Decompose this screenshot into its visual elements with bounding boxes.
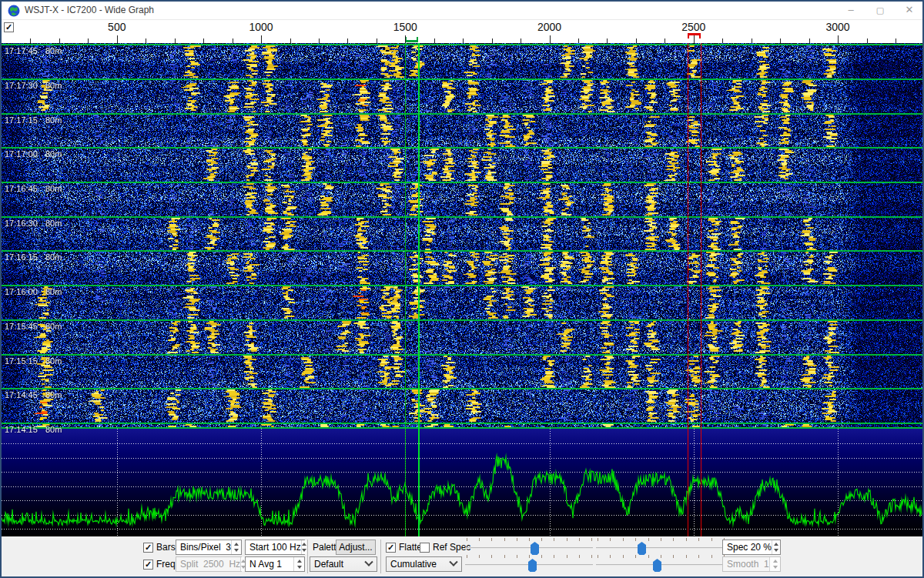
slider-thumb[interactable] — [638, 542, 646, 555]
scale-frequency-label: 2000 — [537, 21, 561, 33]
slider-thumb[interactable] — [528, 559, 537, 572]
band-label: 80m — [45, 390, 62, 399]
band-label: 80m — [45, 356, 62, 366]
waterfall-timestamp: 17:17:0080m — [5, 149, 38, 159]
scale-major-tick — [405, 35, 406, 43]
spin-arrows[interactable] — [293, 557, 304, 571]
waterfall-gain-slider[interactable] — [465, 538, 593, 555]
mode-select-value: Cumulative — [387, 559, 450, 570]
scale-major-tick — [694, 35, 695, 43]
slider-ticks — [467, 555, 591, 558]
palette-select[interactable]: Default — [310, 556, 377, 572]
slider-thumb[interactable] — [531, 542, 539, 555]
separator — [307, 540, 308, 573]
freq-checkbox-label: Freq — [156, 559, 176, 570]
freq-checkbox-box[interactable]: ✓ — [143, 560, 153, 570]
band-label: 80m — [45, 219, 62, 228]
wide-graph-window: WSJT-X - IC7200 - Wide Graph – ▢ ✕ ✓ 500… — [0, 0, 924, 578]
chevron-down-icon — [449, 558, 457, 566]
waterfall-timestamp: 17:16:3080m — [5, 219, 38, 228]
slider-track[interactable] — [596, 547, 725, 549]
start-frequency-spinbox[interactable]: Start 100 Hz — [245, 540, 305, 555]
wsjtx-app-icon — [8, 5, 20, 17]
separator — [380, 540, 381, 573]
band-label: 80m — [45, 46, 62, 55]
close-button[interactable]: ✕ — [896, 2, 922, 20]
spec-percent-spinbox[interactable]: Spec 20 % — [722, 540, 781, 555]
timestamp-text: 17:15:15 — [5, 356, 38, 366]
waterfall-timestamp: 17:15:1580m — [5, 356, 38, 366]
slider-ticks — [598, 555, 724, 558]
frequency-scale[interactable]: ✓ 50010001500200025003000 — [2, 20, 922, 43]
n-avg-value: N Avg 1 — [246, 559, 293, 570]
spec-percent-value: Spec 20 % — [723, 542, 772, 553]
tx-frequency-line — [688, 43, 688, 536]
timestamp-text: 17:17:30 — [5, 81, 38, 90]
chevron-down-icon — [364, 558, 373, 566]
flatten-checkbox-box[interactable]: ✓ — [386, 543, 396, 553]
waterfall-timestamp: 17:16:1580m — [5, 252, 38, 262]
scale-frequency-label: 500 — [108, 21, 126, 33]
rx-frequency-line — [405, 43, 406, 536]
timestamp-text: 17:16:30 — [5, 219, 38, 228]
spin-arrows[interactable] — [231, 540, 241, 554]
timestamp-text: 17:17:15 — [5, 115, 38, 125]
timestamp-text: 17:16:45 — [5, 184, 38, 193]
waterfall-zero-slider[interactable] — [596, 538, 725, 555]
adjust-button[interactable]: Adjust... — [336, 540, 376, 555]
spectrum-zero-slider[interactable] — [596, 555, 725, 572]
band-label: 80m — [45, 115, 62, 125]
waterfall-timestamp: 17:16:0080m — [5, 287, 38, 296]
palette-select-value: Default — [310, 559, 366, 570]
bars-checkbox-box[interactable]: ✓ — [143, 543, 153, 553]
scale-frequency-label: 1500 — [393, 21, 417, 33]
timestamp-text: 17:14:45 — [5, 390, 38, 399]
band-label: 80m — [45, 81, 62, 90]
spin-arrows[interactable] — [301, 540, 306, 554]
waterfall-display[interactable] — [2, 43, 922, 429]
spin-arrows — [769, 557, 780, 571]
waterfall-timestamp: 17:16:4580m — [5, 184, 38, 193]
freq-checkbox[interactable]: ✓ Freq — [143, 556, 176, 572]
spectrum-gain-slider[interactable] — [465, 555, 593, 572]
scale-major-tick — [261, 35, 262, 43]
slider-track[interactable] — [465, 547, 593, 549]
timestamp-text: 17:15:45 — [5, 322, 38, 331]
scale-frequency-label: 3000 — [825, 21, 849, 33]
band-label: 80m — [45, 184, 62, 193]
timestamp-text: 17:16:00 — [5, 287, 38, 296]
spin-arrows[interactable] — [772, 540, 780, 554]
n-avg-spinbox[interactable]: N Avg 1 — [245, 556, 305, 572]
scale-major-tick — [117, 35, 118, 43]
split-value: Split 2500 Hz — [176, 559, 240, 570]
scale-major-tick — [838, 35, 839, 43]
start-frequency-value: Start 100 Hz — [246, 542, 301, 553]
minimize-button[interactable]: – — [838, 2, 864, 20]
smooth-value: Smooth 1 — [723, 559, 769, 570]
waterfall-timestamp: 17:14:1580m — [5, 425, 38, 434]
ref-spec-checkbox[interactable]: ✓ Ref Spec — [420, 540, 470, 555]
scale-corner-checkbox[interactable]: ✓ — [4, 22, 14, 32]
tx-frequency-line — [701, 43, 701, 536]
waterfall-timestamp: 17:15:4580m — [5, 322, 38, 331]
scale-frequency-label: 1000 — [249, 21, 273, 33]
waterfall-timestamp: 17:17:1580m — [5, 115, 38, 125]
maximize-button[interactable]: ▢ — [867, 2, 893, 20]
ref-spec-checkbox-box[interactable]: ✓ — [420, 543, 430, 553]
window-title: WSJT-X - IC7200 - Wide Graph — [25, 5, 154, 15]
slider-thumb[interactable] — [653, 559, 661, 572]
timestamp-text: 17:16:15 — [5, 252, 38, 262]
slider-ticks — [598, 538, 724, 541]
title-bar[interactable]: WSJT-X - IC7200 - Wide Graph – ▢ ✕ — [2, 2, 922, 20]
spectrum-display[interactable] — [2, 429, 922, 536]
band-label: 80m — [45, 287, 62, 296]
mode-select[interactable]: Cumulative — [386, 556, 462, 572]
bins-per-pixel-spinbox[interactable]: Bins/Pixel 3 — [176, 540, 242, 555]
band-label: 80m — [45, 149, 62, 159]
rx-frequency-line — [418, 43, 420, 536]
control-bar: ✓ Bars ✓ Freq Bins/Pixel 3 Start 100 Hz … — [2, 536, 922, 576]
timestamp-text: 17:17:00 — [5, 149, 38, 159]
scale-major-tick — [550, 35, 551, 43]
bars-checkbox[interactable]: ✓ Bars — [143, 540, 176, 555]
slider-ticks — [467, 538, 591, 541]
